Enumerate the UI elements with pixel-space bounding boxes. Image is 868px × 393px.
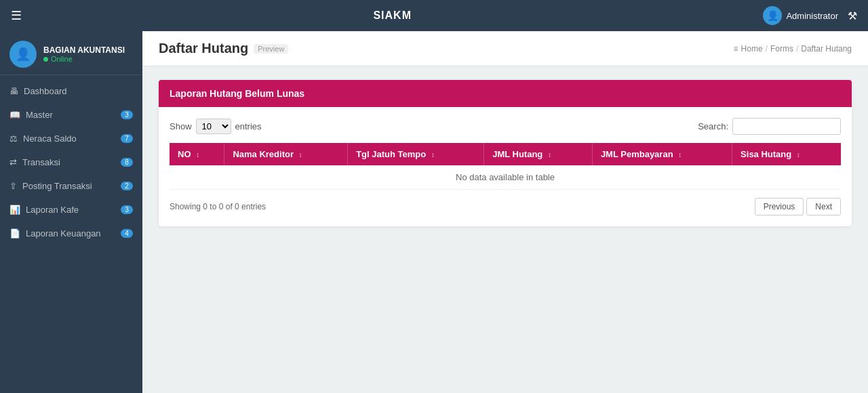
col-nama-kreditor-label: Nama Kreditor: [233, 149, 294, 159]
page-title: Daftar Hutang: [159, 41, 248, 56]
col-jml-hutang[interactable]: JML Hutang ↕: [484, 143, 593, 165]
user-name: BAGIAN AKUNTANSI: [43, 45, 125, 55]
col-sisa-hutang-label: Sisa Hutang: [741, 149, 791, 159]
breadcrumb: ≡ Home / Forms / Daftar Hutang: [734, 44, 852, 54]
sort-icon-jml-pembayaran: ↕: [678, 151, 682, 159]
previous-button[interactable]: Previous: [755, 198, 804, 215]
main-card: Laporan Hutang Belum Lunas Show 10 25 50…: [159, 80, 852, 226]
content-body: Laporan Hutang Belum Lunas Show 10 25 50…: [142, 66, 868, 240]
share-icon[interactable]: ⚒: [848, 9, 857, 22]
chart-icon: 📊: [9, 205, 20, 215]
sidebar: 👤 BAGIAN AKUNTANSI Online 🖶 Dashboard 📖: [0, 31, 142, 393]
search-block: Search:: [698, 118, 841, 135]
desktop-icon: 🖶: [9, 86, 18, 96]
sidebar-item-posting-transaksi[interactable]: ⇧ Posting Transaksi 2: [0, 174, 142, 198]
col-no[interactable]: NO ↕: [170, 143, 224, 165]
entries-label: entries: [235, 121, 262, 131]
breadcrumb-current: Daftar Hutang: [801, 44, 852, 54]
sidebar-item-label: Transaksi: [22, 157, 60, 167]
sidebar-item-dashboard[interactable]: 🖶 Dashboard: [0, 79, 142, 103]
show-entries: Show 10 25 50 100 entries: [170, 119, 262, 134]
pagination-buttons: Previous Next: [755, 198, 841, 215]
file-icon: 📄: [9, 228, 20, 239]
upload-icon: ⇧: [9, 181, 17, 191]
col-tgl-jatuh-tempo[interactable]: Tgl Jatuh Tempo ↕: [348, 143, 484, 165]
top-navbar: ☰ SIAKM 👤 Administrator ⚒: [0, 0, 868, 31]
page-title-block: Daftar Hutang Preview: [159, 41, 288, 56]
showing-text: Showing 0 to 0 of 0 entries: [170, 202, 266, 211]
brand-logo: SIAKM: [373, 9, 412, 22]
balance-icon: ⚖: [9, 133, 18, 144]
sidebar-item-label: Neraca Saldo: [23, 133, 77, 144]
user-status: Online: [43, 55, 125, 63]
sidebar-user: 👤 BAGIAN AKUNTANSI Online: [0, 31, 142, 75]
no-data-message: No data available in table: [170, 165, 841, 190]
sidebar-item-label: Master: [26, 110, 53, 120]
next-button[interactable]: Next: [806, 198, 841, 215]
col-sisa-hutang[interactable]: Sisa Hutang ↕: [732, 143, 841, 165]
card-header: Laporan Hutang Belum Lunas: [159, 80, 852, 107]
book-icon: 📖: [9, 110, 20, 120]
data-table: NO ↕ Nama Kreditor ↕ Tgl Jatuh Tempo ↕: [170, 143, 841, 190]
posting-badge: 2: [121, 182, 133, 190]
neraca-badge: 7: [121, 134, 133, 143]
card-body: Show 10 25 50 100 entries Search:: [159, 107, 852, 226]
table-footer: Showing 0 to 0 of 0 entries Previous Nex…: [170, 198, 841, 215]
exchange-icon: ⇄: [9, 157, 17, 167]
sidebar-item-neraca-saldo[interactable]: ⚖ Neraca Saldo 7: [0, 127, 142, 150]
col-jml-hutang-label: JML Hutang: [492, 149, 542, 159]
sort-icon-nama: ↕: [299, 151, 302, 159]
user-avatar: 👤: [9, 41, 37, 68]
admin-info: 👤 Administrator: [763, 6, 838, 25]
col-tgl-label: Tgl Jatuh Tempo: [356, 149, 426, 159]
preview-badge: Preview: [254, 44, 288, 54]
laporan-kafe-badge: 3: [121, 205, 133, 214]
laporan-keuangan-badge: 4: [121, 229, 133, 238]
sidebar-item-laporan-kafe[interactable]: 📊 Laporan Kafe 3: [0, 198, 142, 222]
sidebar-item-laporan-keuangan[interactable]: 📄 Laporan Keuangan 4: [0, 222, 142, 245]
col-jml-pembayaran[interactable]: JML Pembayaran ↕: [592, 143, 732, 165]
search-label: Search:: [698, 121, 728, 131]
admin-avatar-icon: 👤: [763, 6, 782, 25]
master-badge: 3: [121, 110, 133, 119]
breadcrumb-icon: ≡: [734, 44, 738, 54]
search-input[interactable]: [732, 118, 841, 135]
sidebar-item-master[interactable]: 📖 Master 3: [0, 103, 142, 127]
sort-icon-jml-hutang: ↕: [548, 151, 551, 159]
content-area: Daftar Hutang Preview ≡ Home / Forms / D…: [142, 31, 868, 393]
admin-label: Administrator: [786, 11, 838, 21]
sidebar-item-label: Laporan Kafe: [26, 205, 79, 215]
no-data-row: No data available in table: [170, 165, 841, 190]
col-nama-kreditor[interactable]: Nama Kreditor ↕: [224, 143, 348, 165]
breadcrumb-home[interactable]: Home: [741, 44, 763, 54]
table-header-row: NO ↕ Nama Kreditor ↕ Tgl Jatuh Tempo ↕: [170, 143, 841, 165]
sidebar-item-label: Posting Transaksi: [22, 181, 92, 191]
sort-icon-tgl: ↕: [431, 151, 435, 159]
nav-right: 👤 Administrator ⚒: [763, 6, 857, 25]
col-jml-pembayaran-label: JML Pembayaran: [601, 149, 673, 159]
sidebar-item-label: Dashboard: [24, 86, 67, 96]
content-header: Daftar Hutang Preview ≡ Home / Forms / D…: [142, 31, 868, 66]
transaksi-badge: 8: [121, 158, 133, 167]
table-controls: Show 10 25 50 100 entries Search:: [170, 118, 841, 135]
status-dot-icon: [43, 57, 48, 62]
main-layout: 👤 BAGIAN AKUNTANSI Online 🖶 Dashboard 📖: [0, 31, 868, 393]
show-label: Show: [170, 121, 192, 131]
sort-icon-sisa: ↕: [797, 151, 800, 159]
breadcrumb-forms[interactable]: Forms: [770, 44, 793, 54]
sidebar-nav: 🖶 Dashboard 📖 Master 3 ⚖ Neraca Saldo 7: [0, 79, 142, 245]
sidebar-item-transaksi[interactable]: ⇄ Transaksi 8: [0, 150, 142, 174]
col-no-label: NO: [178, 149, 191, 159]
user-info: BAGIAN AKUNTANSI Online: [43, 45, 125, 63]
hamburger-icon[interactable]: ☰: [11, 8, 22, 23]
sidebar-item-label: Laporan Keuangan: [26, 228, 101, 239]
entries-select[interactable]: 10 25 50 100: [196, 119, 231, 134]
sort-icon-no: ↕: [196, 151, 199, 159]
